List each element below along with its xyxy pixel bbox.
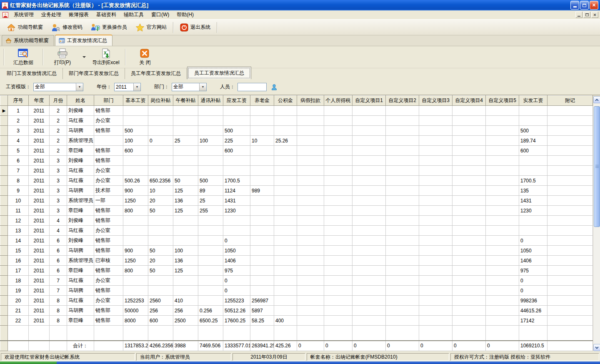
row-selector[interactable] [0,341,8,351]
cell[interactable] [352,326,386,341]
cell[interactable]: 1255223 [223,296,250,306]
row-selector[interactable] [0,166,8,176]
cell[interactable]: 8 [50,296,67,306]
cell[interactable] [324,166,352,176]
cell[interactable]: 2 [50,146,67,156]
cell[interactable] [352,136,386,146]
mdi-restore-icon[interactable] [583,12,590,18]
cell[interactable]: 17 [8,266,29,276]
cell[interactable]: 6 [50,266,67,276]
cell[interactable] [419,126,452,136]
cell[interactable] [223,156,250,166]
cell[interactable] [486,226,519,236]
cell[interactable] [548,296,593,306]
cell[interactable]: 7 [8,166,29,176]
cell[interactable]: 975 [223,266,250,276]
cell[interactable] [324,326,352,341]
cell[interactable] [452,326,486,341]
cell[interactable] [419,116,452,126]
cell[interactable] [274,166,297,176]
cell[interactable] [548,236,593,246]
column-header[interactable]: 病假扣款 [297,96,324,106]
cell[interactable] [486,236,519,246]
cell[interactable] [123,276,148,286]
cell[interactable]: 256987 [250,296,274,306]
close-icon[interactable]: ✕ [590,1,598,10]
cell[interactable] [173,116,198,126]
cell[interactable] [198,126,223,136]
cell[interactable] [386,316,419,326]
close-tab-button[interactable]: 关 闭 [128,47,162,67]
cell[interactable] [123,286,148,296]
cell[interactable]: 17600.25 [223,316,250,326]
cell[interactable] [386,166,419,176]
cell[interactable] [452,226,486,236]
cell[interactable] [419,256,452,266]
cell[interactable] [486,106,519,116]
cell[interactable]: 989 [250,186,274,196]
cell[interactable] [486,136,519,146]
cell[interactable]: 50512.26 [223,306,250,316]
cell[interactable]: 6500.25 [198,316,223,326]
print-button[interactable]: 打印(P) [45,47,80,67]
cell[interactable]: 1250 [123,256,148,266]
cell[interactable]: 50000 [123,306,148,316]
cell[interactable] [548,326,593,341]
cell[interactable]: 136 [173,196,198,206]
column-header[interactable]: 实发工资 [519,96,548,106]
cell[interactable] [67,326,94,341]
cell[interactable] [198,276,223,286]
cell[interactable] [548,286,593,296]
cell[interactable]: 800 [123,206,148,216]
cell[interactable]: 1230 [519,206,548,216]
cell[interactable]: 销售部 [94,106,123,116]
cell[interactable]: 1124 [223,186,250,196]
cell[interactable]: 1700.5 [223,176,250,186]
cell[interactable]: 章巨峰 [67,316,94,326]
cell[interactable]: 900 [123,246,148,256]
scroll-down-icon[interactable] [593,344,600,351]
cell[interactable] [419,296,452,306]
column-header[interactable]: 附记 [548,96,593,106]
cell[interactable] [548,226,593,236]
cell[interactable] [486,246,519,256]
cell[interactable]: 马红薇 [67,226,94,236]
column-header[interactable]: 个人所得税 [324,96,352,106]
cell[interactable] [486,206,519,216]
cell[interactable]: 500 [223,126,250,136]
cell[interactable]: 1 [8,106,29,116]
row-selector[interactable] [0,186,8,196]
cell[interactable]: 2011 [29,166,50,176]
cell[interactable] [250,196,274,206]
cell[interactable] [123,326,148,341]
cell[interactable] [452,106,486,116]
cell[interactable]: 技术部 [94,186,123,196]
cell[interactable] [519,156,548,166]
menu-window[interactable]: 窗口(W) [148,10,173,19]
cell[interactable] [274,186,297,196]
cell[interactable] [352,126,386,136]
cell[interactable]: 20 [148,256,173,266]
cell[interactable] [486,286,519,296]
cell[interactable] [386,236,419,246]
cell[interactable] [123,166,148,176]
cell[interactable] [297,326,324,341]
cell[interactable] [386,136,419,146]
cell[interactable] [548,256,593,266]
cell[interactable]: 135 [519,186,548,196]
cell[interactable] [324,236,352,246]
cell[interactable]: 600 [519,146,548,156]
cell[interactable] [548,116,593,126]
cell[interactable] [386,256,419,266]
scrollbar-thumb[interactable] [594,106,600,227]
cell[interactable] [297,196,324,206]
cell[interactable] [223,226,250,236]
cell[interactable] [324,146,352,156]
cell[interactable]: 2560 [148,296,173,306]
cell[interactable] [324,296,352,306]
cell[interactable] [352,286,386,296]
cell[interactable]: 2 [50,126,67,136]
cell[interactable]: 2011 [29,136,50,146]
cell[interactable] [519,166,548,176]
cell[interactable] [29,326,50,341]
